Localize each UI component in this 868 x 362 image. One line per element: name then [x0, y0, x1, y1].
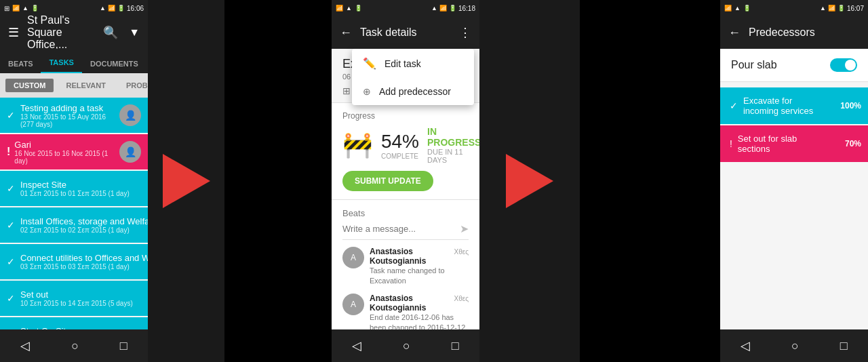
wifi-icon-2: ▲ — [346, 5, 352, 12]
chat-name-row-2: Anastasios Koutsogiannis Χθες — [370, 294, 469, 313]
progress-percent: 54% — [381, 131, 419, 152]
chat-text-1: Task name changed to Excavation — [370, 266, 469, 287]
tab-tasks[interactable]: TASKS — [41, 58, 81, 73]
back-nav-icon-2[interactable]: ◁ — [352, 338, 361, 353]
task-date-5: 03 Σεπ 2015 to 03 Σεπ 2015 (1 day) — [20, 263, 148, 270]
status-bar-right-1: ▲ 📶 🔋 16:06 — [100, 5, 144, 12]
checkmark-icon-4: ✓ — [7, 220, 15, 230]
pred-task-icon-1: ✓ — [730, 100, 738, 111]
submit-update-button[interactable]: SUBMIT UPDATE — [342, 171, 433, 191]
task-list: ✓ Testing adding a task 13 Νοε 2015 to 1… — [0, 98, 148, 329]
pour-slab-item[interactable]: Pour slab — [720, 49, 868, 82]
progress-row: 🚧 54% COMPLETE IN PROGRESS DUE IN 11 DAY… — [342, 126, 469, 164]
time-3: 16:07 — [847, 5, 864, 12]
chat-name-1: Anastasios Koutsogiannis — [370, 247, 454, 266]
filter-problems[interactable]: PROBLEMS — [118, 79, 148, 92]
send-icon[interactable]: ➤ — [460, 222, 469, 235]
phone-2: 📶 ▲ 🔋 ▲ 📶 🔋 16:18 ← Task details ⋮ ✏️ Ed… — [332, 0, 479, 362]
top-bar-2: ← Task details ⋮ ✏️ Edit task ⊕ Add pred… — [332, 16, 479, 49]
top-bar-3: ← Predecessors — [720, 16, 868, 49]
home-nav-icon-1[interactable]: ○ — [71, 339, 79, 353]
checkmark-icon-6: ✓ — [7, 293, 15, 304]
pred-task-name-1: Excavate for incoming services — [743, 96, 824, 116]
bottom-bar-3: ◁ ○ □ — [720, 329, 868, 362]
predecessors-content: Pour slab ✓ Excavate for incoming servic… — [720, 49, 868, 189]
dropdown-edit-task[interactable]: ✏️ Edit task — [352, 49, 474, 78]
home-nav-icon-3[interactable]: ○ — [791, 339, 799, 353]
task-item-3[interactable]: ✓ Inspect Site 01 Σεπ 2015 to 01 Σεπ 201… — [0, 171, 148, 206]
dropdown-add-predecessor[interactable]: ⊕ Add predecessor — [352, 78, 474, 105]
predecessor-meta-icon: ⊞ — [342, 85, 351, 96]
pred-task-pink-2: ! Set out for slab sections — [720, 125, 838, 162]
pred-task-1[interactable]: ✓ Excavate for incoming services 100% — [720, 87, 868, 124]
pred-percent-box-1: 100% — [833, 87, 868, 124]
chat-time-2: Χθες — [454, 295, 469, 302]
pour-slab-name: Pour slab — [731, 59, 830, 71]
top-bar-1: ☰ St Paul's Square Office,... 🔍 ▼ — [0, 16, 148, 49]
search-icon[interactable]: 🔍 — [103, 25, 118, 40]
message-input[interactable] — [342, 224, 460, 234]
task-name-5: Connect utilities to Offices and Welfare — [20, 253, 148, 263]
beats-section: Beats ➤ A Anastasios Koutsogiannis Χθες … — [332, 200, 479, 329]
chat-avatar-2: A — [342, 294, 364, 315]
task-content-2: Gari 16 Νοε 2015 to 16 Νοε 2015 (1 day) — [14, 140, 119, 165]
in-progress-label: IN PROGRESS — [427, 126, 479, 148]
pred-fill-space — [720, 189, 868, 329]
bottom-bar-1: ◁ ○ □ — [0, 329, 148, 362]
task-date-6: 10 Σεπ 2015 to 14 Σεπ 2015 (5 days) — [20, 300, 141, 307]
pour-slab-toggle[interactable] — [830, 58, 857, 72]
task-date-1: 13 Νοε 2015 to 15 Αυγ 2016 (277 days) — [20, 113, 119, 128]
square-nav-icon-1[interactable]: □ — [120, 339, 127, 353]
worker-icon: 🚧 — [342, 131, 373, 159]
task-item-7[interactable]: ✓ Start On Site 15 Σεπ 2015 to 15 Σεπ 20… — [0, 317, 148, 329]
home-nav-icon-2[interactable]: ○ — [403, 339, 410, 353]
task-item-6[interactable]: ✓ Set out 10 Σεπ 2015 to 14 Σεπ 2015 (5 … — [0, 281, 148, 316]
status-bar-2: 📶 ▲ 🔋 ▲ 📶 🔋 16:18 — [332, 0, 479, 16]
wifi-icon-r3: 📶 — [828, 5, 835, 12]
tab-beats[interactable]: BEATS — [0, 60, 41, 73]
back-nav-icon-1[interactable]: ◁ — [20, 338, 30, 353]
chat-avatar-1: A — [342, 247, 364, 268]
edit-icon: ✏️ — [363, 57, 376, 70]
battery-icon-r3: 🔋 — [837, 5, 845, 12]
task-date-4: 02 Σεπ 2015 to 02 Σεπ 2015 (1 day) — [20, 226, 148, 234]
checkmark-icon-3: ✓ — [7, 183, 15, 194]
task-item-5[interactable]: ✓ Connect utilities to Offices and Welfa… — [0, 244, 148, 279]
chat-content-2: Anastasios Koutsogiannis Χθες End date 2… — [370, 294, 469, 329]
filter-relevant[interactable]: RELEVANT — [58, 79, 113, 92]
signal-icon-3: 📶 — [724, 5, 732, 12]
task-item-1[interactable]: ✓ Testing adding a task 13 Νοε 2015 to 1… — [0, 98, 148, 133]
more-icon-2[interactable]: ⋮ — [459, 25, 471, 40]
time-2: 16:18 — [458, 5, 475, 12]
bottom-bar-2: ◁ ○ □ — [332, 329, 479, 362]
predecessor-icon: ⊕ — [363, 86, 371, 97]
wifi-icon: 📶 — [12, 5, 20, 12]
tab-documents[interactable]: DOCUMENTS — [82, 60, 146, 73]
task-item-4[interactable]: ✓ Install Offices, storage and Welfare F… — [0, 207, 148, 243]
phone-3: 📶 ▲ 🔋 ▲ 📶 🔋 16:07 ← Predecessors Pour sl… — [720, 0, 868, 362]
square-nav-icon-3[interactable]: □ — [840, 339, 848, 353]
arrow-right-1 — [163, 154, 210, 208]
wifi-icon-r: 📶 — [108, 5, 115, 12]
nav-tabs-1: BEATS TASKS DOCUMENTS DRAWINGS PEOPLE — [0, 49, 148, 73]
pred-percent-2: 70% — [845, 139, 861, 148]
back-icon-2[interactable]: ← — [340, 26, 352, 40]
back-icon-3[interactable]: ← — [728, 26, 741, 40]
beats-label: Beats — [342, 208, 469, 218]
status-bar-left-2: 📶 ▲ 🔋 — [336, 5, 362, 12]
status-bar-left-1: ⊞ 📶 ▲ 🔋 — [4, 5, 39, 12]
pred-task-name-2: Set out for slab sections — [738, 134, 829, 154]
status-bar-left-3: 📶 ▲ 🔋 — [724, 5, 751, 12]
task-name-3: Inspect Site — [20, 180, 141, 190]
filter-icon[interactable]: ▼ — [129, 26, 140, 39]
filter-custom[interactable]: CUSTOM — [5, 79, 54, 92]
hamburger-icon[interactable]: ☰ — [8, 25, 19, 40]
pred-task-2[interactable]: ! Set out for slab sections 70% — [720, 125, 868, 162]
due-label: DUE IN 11 DAYS — [427, 148, 479, 164]
back-nav-icon-3[interactable]: ◁ — [741, 338, 750, 353]
progress-section: Progress 🚧 54% COMPLETE IN PROGRESS DUE … — [332, 103, 479, 200]
square-nav-icon-2[interactable]: □ — [452, 339, 459, 353]
grid-icon: ⊞ — [4, 5, 9, 12]
task-content-4: Install Offices, storage and Welfare F..… — [20, 216, 148, 234]
task-item-2[interactable]: ! Gari 16 Νοε 2015 to 16 Νοε 2015 (1 day… — [0, 134, 148, 169]
